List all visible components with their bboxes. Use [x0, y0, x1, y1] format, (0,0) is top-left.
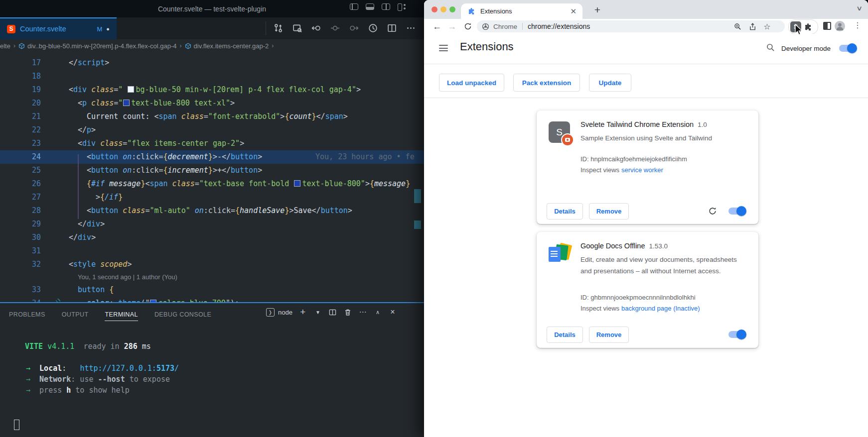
code-line[interactable]: 18 [0, 70, 424, 83]
panel-tab-debug-console[interactable]: DEBUG CONSOLE [154, 308, 211, 321]
code-line[interactable]: 23<div class="flex items-center gap-2"> [0, 137, 424, 150]
line-number: 30 [0, 231, 55, 244]
maximize-window-button[interactable] [449, 6, 455, 12]
code-line[interactable]: 32<style scoped> [0, 258, 424, 271]
symbol-cube-icon [185, 43, 191, 49]
code-line[interactable]: 25<button on:click={increment}>+</button… [0, 164, 424, 177]
tab-counter-svelte[interactable]: S Counter.svelte M ● [0, 17, 117, 39]
code-line[interactable]: 27>{/if} [0, 191, 424, 204]
code-line[interactable]: 17</script> [0, 56, 424, 70]
share-icon[interactable] [748, 22, 757, 31]
svelte-file-icon: S [7, 25, 15, 33]
codelens-annotation[interactable]: You, 1 second ago | 1 author (You) [0, 271, 424, 283]
toggle-secondary-sidebar-icon[interactable] [382, 3, 390, 10]
inspect-view-link[interactable]: background page (Inactive) [621, 305, 700, 312]
extension-enabled-toggle[interactable] [728, 208, 745, 215]
reload-button[interactable] [462, 20, 474, 32]
navigate-back-icon[interactable] [311, 23, 321, 33]
close-panel-icon[interactable]: × [388, 308, 397, 317]
tab-label: Counter.svelte [20, 25, 66, 33]
site-settings-icon[interactable] [482, 23, 489, 30]
reload-extension-icon[interactable] [708, 207, 717, 218]
breadcrumb[interactable]: elte›div..bg-blue-50.min-w-[20rem].p-4.f… [0, 39, 424, 52]
minimize-window-button[interactable] [440, 6, 446, 12]
code-line[interactable]: 24<button on:click={decrement}>-</button… [0, 150, 424, 164]
open-preview-icon[interactable] [292, 23, 302, 33]
panel-tab-output[interactable]: OUTPUT [62, 308, 89, 321]
new-terminal-icon[interactable]: + [298, 308, 307, 317]
bookmark-star-icon[interactable]: ☆ [763, 22, 771, 31]
code-line[interactable]: 28<button class="ml-auto" on:click={hand… [0, 204, 424, 218]
panel-tab-terminal[interactable]: TERMINAL [105, 308, 138, 321]
extension-badge-icon [561, 133, 574, 146]
mouse-cursor [794, 24, 804, 39]
code-line[interactable]: 21Current count: <span class="font-extra… [0, 110, 424, 123]
code-editor[interactable]: 17</script>1819<div class=" bg-blue-50 m… [0, 52, 424, 302]
extension-enabled-toggle[interactable] [728, 331, 745, 338]
close-window-button[interactable] [432, 6, 437, 12]
zoom-icon[interactable] [733, 22, 742, 31]
terminal-process-item[interactable]: ❭ node [266, 308, 292, 317]
terminal-dropdown-icon[interactable]: ▼ [313, 308, 322, 317]
inspect-view-link[interactable]: service worker [621, 166, 663, 174]
source-control-compare-icon[interactable] [273, 23, 284, 33]
main-menu-icon[interactable] [439, 45, 448, 51]
side-panel-icon[interactable] [823, 22, 831, 30]
tab-search-chevron-icon[interactable]: ∨ [857, 4, 863, 12]
new-tab-button[interactable]: + [590, 3, 604, 17]
toggle-panel-icon[interactable] [366, 3, 374, 10]
navigate-previous-icon[interactable] [330, 23, 340, 33]
profile-avatar[interactable] [835, 21, 845, 31]
google-docs-offline-icon [549, 244, 572, 266]
terminal-line: → press h to show help [14, 385, 424, 396]
run-timeline-icon[interactable] [368, 23, 378, 33]
code-line[interactable]: 30</div> [0, 231, 424, 244]
split-terminal-icon[interactable] [328, 308, 337, 317]
back-button[interactable]: ← [431, 20, 443, 32]
chrome-tabstrip: Extensions ✕ + ∨ [424, 0, 868, 19]
details-button[interactable]: Details [547, 327, 583, 343]
code-line[interactable]: 20<p class="text-blue-800 text-xl"> [0, 97, 424, 110]
terminal-icon: ❭ [266, 308, 275, 317]
breadcrumb-item[interactable]: elte [0, 42, 10, 50]
forward-button[interactable]: → [446, 20, 458, 32]
browser-tab-extensions[interactable]: Extensions ✕ [461, 3, 582, 19]
editor-actions [273, 23, 416, 33]
pack-extension-button[interactable]: Pack extension [513, 74, 580, 92]
code-line[interactable]: 29</div> [0, 218, 424, 231]
panel-tab-problems[interactable]: PROBLEMS [9, 308, 45, 321]
address-bar[interactable]: Chrome chrome://extensions ☆ [477, 20, 785, 32]
kill-terminal-icon[interactable] [343, 308, 352, 317]
code-line[interactable]: 26{#if message}<span class="text-base fo… [0, 177, 424, 191]
panel-more-icon[interactable]: ⋯ [358, 308, 367, 317]
chrome-menu-icon[interactable]: ⋮ [854, 20, 861, 30]
code-line[interactable]: 33button { [0, 283, 424, 297]
customize-layout-icon[interactable] [398, 3, 406, 10]
dirty-indicator-icon[interactable]: ● [106, 26, 110, 32]
close-tab-icon[interactable]: ✕ [570, 7, 577, 16]
breadcrumb-item[interactable]: div.flex.items-center.gap-2 [185, 42, 269, 50]
developer-mode-toggle[interactable] [839, 45, 856, 52]
details-button[interactable]: Details [547, 203, 583, 219]
code-line[interactable]: 22</p> [0, 123, 424, 137]
url-text[interactable]: chrome://extensions [528, 22, 590, 30]
remove-button[interactable]: Remove [589, 203, 629, 219]
navigate-forward-icon[interactable] [349, 23, 359, 33]
extension-id: ID: hnplmcaikgfoehmeiejokedfificiihm [580, 155, 750, 163]
terminal-output[interactable]: VITE v4.1.1 ready in 286 ms→ Local: http… [0, 326, 424, 437]
load-unpacked-button[interactable]: Load unpacked [439, 74, 504, 92]
header-divider [424, 64, 868, 64]
update-button[interactable]: Update [589, 74, 631, 92]
split-editor-icon[interactable] [387, 23, 397, 33]
search-icon[interactable] [766, 43, 775, 54]
toggle-primary-sidebar-icon[interactable] [350, 3, 358, 10]
extensions-page: Extensions Developer mode Load unpackedP… [424, 34, 868, 437]
maximize-panel-icon[interactable]: ∧ [373, 308, 382, 317]
code-line[interactable]: 31 [0, 244, 424, 258]
extensions-puzzle-icon[interactable] [804, 23, 813, 31]
remove-button[interactable]: Remove [589, 327, 629, 343]
code-line[interactable]: 19<div class=" bg-blue-50 min-w-[20rem] … [0, 83, 424, 97]
developer-mode-label: Developer mode [781, 45, 831, 52]
breadcrumb-item[interactable]: div..bg-blue-50.min-w-[20rem].p-4.flex.f… [18, 42, 177, 50]
more-actions-icon[interactable] [406, 23, 416, 33]
